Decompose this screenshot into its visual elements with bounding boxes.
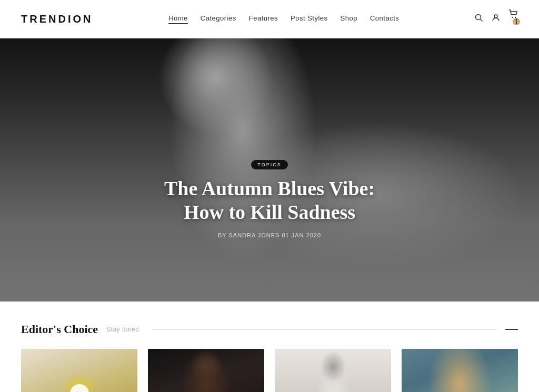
nav-contacts[interactable]: Contacts	[370, 14, 399, 24]
card-1-image: ▶	[21, 349, 137, 392]
card-3[interactable]: NEWS New Advertisement Agencies in Europ…	[275, 349, 391, 392]
section-dash	[505, 329, 518, 330]
nav-features[interactable]: Features	[249, 14, 278, 24]
section-divider	[152, 329, 497, 330]
user-icon[interactable]	[492, 14, 500, 24]
cards-grid: ▶ NEWS Trending Photos on the Internet t…	[21, 349, 518, 392]
svg-point-2	[494, 15, 497, 18]
hero-section: TOPICS The Autumn Blues Vibe:How to Kill…	[0, 38, 539, 301]
card-4-image	[402, 349, 518, 392]
header-icons: 1	[475, 9, 518, 28]
card-2[interactable]: NEWS The Best Clothing Brand Commercial	[148, 349, 264, 392]
nav-home[interactable]: Home	[168, 14, 188, 24]
hero-tag[interactable]: TOPICS	[251, 160, 287, 169]
hero-title[interactable]: The Autumn Blues Vibe:How to Kill Sadnes…	[112, 177, 427, 225]
play-button[interactable]: ▶	[70, 384, 89, 392]
site-header: TRENDION Home Categories Features Post S…	[0, 0, 539, 38]
cart-icon-wrapper[interactable]: 1	[508, 9, 518, 28]
cart-badge: 1	[513, 18, 520, 25]
card-1[interactable]: ▶ NEWS Trending Photos on the Internet t…	[21, 349, 137, 392]
card-2-image: NEWS The Best Clothing Brand Commercial	[148, 349, 264, 392]
svg-line-1	[480, 19, 482, 22]
hero-meta: By Sandra Jones 01 Jan 2020	[112, 232, 427, 238]
editors-choice-section: Editor's Choice Stay tuned ▶ NEWS Trendi…	[0, 301, 539, 392]
main-nav: Home Categories Features Post Styles Sho…	[168, 14, 399, 24]
nav-post-styles[interactable]: Post Styles	[291, 14, 328, 24]
svg-point-3	[512, 17, 513, 18]
search-icon[interactable]	[475, 14, 483, 24]
section-header: Editor's Choice Stay tuned	[21, 323, 518, 336]
nav-shop[interactable]: Shop	[341, 14, 357, 24]
svg-point-0	[475, 15, 481, 20]
section-title: Editor's Choice	[21, 323, 98, 336]
hero-content: TOPICS The Autumn Blues Vibe:How to Kill…	[112, 159, 427, 238]
nav-categories[interactable]: Categories	[201, 14, 236, 24]
section-subtitle: Stay tuned	[106, 326, 139, 333]
card-3-image	[275, 349, 391, 392]
site-logo[interactable]: TRENDION	[21, 13, 93, 25]
card-4[interactable]: NEWS Simple Rules of Happy and Healthy L…	[402, 349, 518, 392]
